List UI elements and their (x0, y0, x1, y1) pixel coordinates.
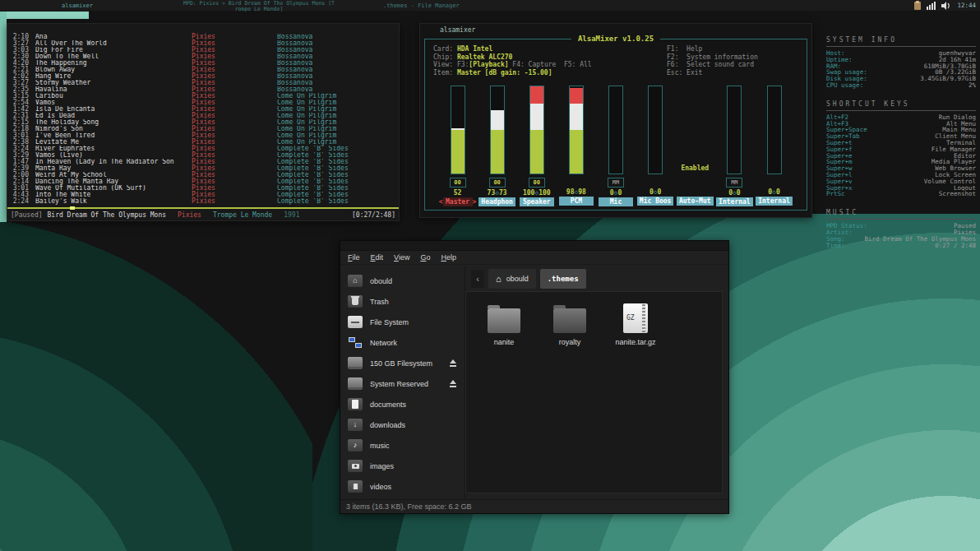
taskbar-item-mpd[interactable]: MPD: Pixies > Bird Dream Of The Olympus … (169, 0, 349, 12)
volume-bar[interactable] (569, 86, 584, 174)
volume-bar[interactable] (767, 86, 782, 174)
sidebar-item-file-system[interactable]: File System (340, 312, 465, 332)
mixer-info-post: F4: Capture F5: All (509, 61, 592, 68)
volume-fill (451, 128, 465, 174)
volume-bar[interactable] (727, 86, 742, 174)
film-glyph (352, 484, 359, 489)
song-progress-bar[interactable] (7, 207, 399, 209)
mixer-info-value: [Playback] (469, 61, 508, 68)
volume-bar[interactable] (529, 86, 544, 174)
song-album: Bossanova (277, 67, 399, 73)
file-item-nanite[interactable]: nanite (478, 302, 530, 346)
mixer-help-line: Esc: Exit (667, 69, 798, 77)
sidebar-item-videos[interactable]: videos (340, 476, 465, 497)
sidebar-item-images[interactable]: images (340, 456, 465, 476)
conky-divider (826, 219, 976, 220)
file-item-royalty[interactable]: royalty (543, 302, 596, 346)
conky-row: CPU usage:2% (826, 82, 976, 89)
value-right: 0 (776, 188, 780, 196)
volume-bar[interactable] (490, 86, 505, 174)
song-title: Vamos (35, 100, 192, 106)
mute-indicator[interactable]: 00 (489, 178, 506, 188)
song-album: Complete 'B' Sides (277, 165, 399, 172)
player-status-line: [Paused] Bird Dream Of The Olympus Mons … (7, 211, 399, 220)
taskbar-item-alsamixer[interactable]: alsamixer (62, 2, 93, 9)
menu-file[interactable]: File (348, 253, 360, 262)
playlist-row[interactable]: 2:24Bailey's WalkPixiesComplete 'B' Side… (7, 198, 399, 205)
volume-bar[interactable] (648, 86, 663, 174)
eject-icon[interactable] (449, 380, 457, 387)
file-item-nanite-tar-gz[interactable]: GZnanite.tar.gz (609, 302, 662, 346)
volume-bar[interactable] (451, 86, 465, 174)
breadcrumb-current[interactable]: .themes (540, 269, 586, 289)
current-album: Trompe Le Monde (213, 211, 272, 220)
menu-view[interactable]: View (394, 253, 409, 262)
volume-segment (570, 104, 583, 130)
song-title: River Euphrates (35, 146, 192, 152)
volume-icon[interactable] (941, 2, 951, 10)
sidebar-item-label: videos (370, 483, 391, 491)
clipboard-icon[interactable] (914, 2, 921, 10)
song-title: The Holiday Song (35, 119, 192, 126)
sidebar-item-trash[interactable]: Trash (340, 291, 465, 312)
menu-help[interactable]: Help (441, 253, 456, 262)
channel-label[interactable]: PCM (559, 197, 594, 206)
sidebar-item-music[interactable]: ♪music (340, 435, 465, 456)
mixer-info-line: Card: HDA Intel (433, 45, 592, 53)
volume-bar[interactable] (608, 86, 623, 174)
sidebar-item-150-gb-filesystem[interactable]: 150 GB Filesystem (340, 353, 465, 373)
mute-indicator[interactable]: 00 (450, 178, 466, 188)
conky-section-title: SHORTCUT KEYS (826, 100, 976, 108)
menu-go[interactable]: Go (420, 253, 430, 262)
taskbar-item-filemanager[interactable]: .themes - File Manager (383, 2, 460, 9)
conky-section-title: SYSTEM INFO (826, 36, 976, 44)
channel-label[interactable]: Speaker (520, 197, 554, 206)
volume-segment (570, 130, 583, 174)
channel-label[interactable]: Auto-Mut (677, 197, 714, 206)
mixer-channel: MM0◇0Mic (597, 86, 636, 206)
song-title: Dancing The Manta Ray (35, 178, 192, 185)
mute-indicator[interactable]: MM (608, 178, 624, 188)
file-manager-titlebar[interactable] (340, 241, 728, 251)
sidebar-item-downloads[interactable]: ↓downloads (340, 414, 465, 435)
conky-value: Bird Dream Of The Olympus Mons (865, 236, 976, 243)
taskbar-mpd-line2: rompe Le Monde] (169, 7, 349, 12)
mixer-info-line: Item: Master [dB gain: -15.00] (433, 69, 592, 77)
mixer-help-line: F1: Help (667, 45, 798, 53)
progress-marker[interactable] (70, 206, 75, 210)
channel-label[interactable]: Mic Boos (637, 197, 674, 206)
conky-row: Song:Bird Dream Of The Olympus Mons (826, 236, 976, 243)
sidebar-item-network[interactable]: Network (340, 332, 465, 353)
conky-value: Pixies (954, 229, 976, 236)
breadcrumb-home[interactable]: ⌂ obould (488, 269, 536, 289)
top-panel: alsamixer MPD: Pixies > Bird Dream Of Th… (0, 0, 980, 11)
conky-key: CPU usage: (826, 82, 863, 89)
sidebar-item-obould[interactable]: ⌂obould (340, 271, 465, 291)
channel-label[interactable]: Internal (756, 197, 793, 206)
song-album: Complete 'B' Sides (277, 192, 399, 198)
player-state: [Paused] (11, 211, 43, 220)
sidebar-item-system-reserved[interactable]: System Reserved (340, 373, 465, 394)
playlist: 2:10AnaPixiesBossanova3:27All Over The W… (7, 34, 399, 205)
channel-label[interactable]: Internal (716, 197, 753, 206)
channel-label[interactable]: <Master> (439, 197, 477, 206)
song-title: Ana (35, 34, 192, 40)
places-sidebar: ⌂obouldTrashFile SystemNetwork150 GB Fil… (340, 266, 465, 498)
signal-icon[interactable] (927, 2, 936, 10)
back-button[interactable]: ‹ (471, 270, 484, 288)
channel-name: Mic (599, 197, 633, 206)
channel-label[interactable]: Headphon (478, 197, 515, 206)
conky-row: Artist:Pixies (826, 229, 976, 236)
wallpaper-left-stripe (0, 12, 7, 222)
eject-icon[interactable] (449, 359, 457, 367)
network-node (355, 343, 362, 348)
sidebar-item-documents[interactable]: documents (340, 394, 465, 414)
menu-edit[interactable]: Edit (371, 253, 384, 262)
song-title: Hang Wire (35, 73, 192, 80)
channel-label[interactable]: Mic (599, 197, 633, 206)
conky-value: Media Player (931, 159, 976, 165)
mute-indicator[interactable]: 00 (529, 178, 545, 188)
mixer-info-label: Chip: (433, 53, 457, 61)
mute-indicator[interactable]: MM (726, 178, 742, 188)
mixer-info-value: HDA Intel (457, 45, 492, 53)
